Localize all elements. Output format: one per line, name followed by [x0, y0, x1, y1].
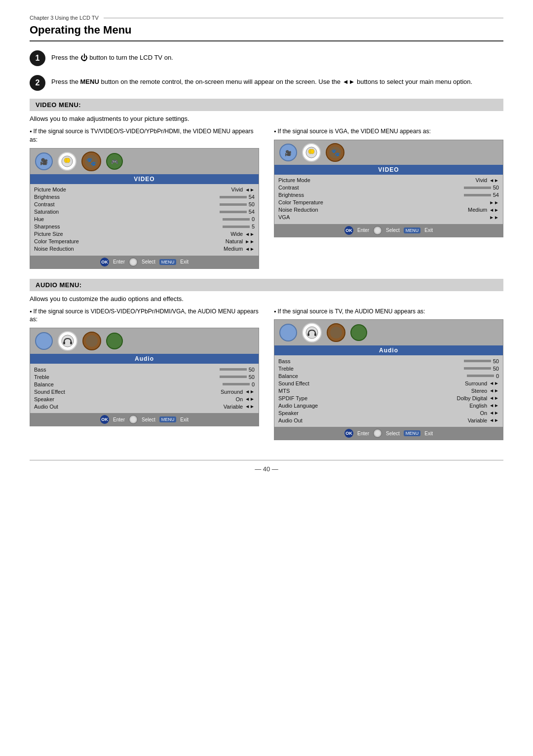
- audio-left-icons-row: [30, 328, 259, 354]
- video-left-row-saturation: Saturation 54: [34, 208, 255, 216]
- nav-wheel-r: [373, 226, 382, 235]
- audio-left-row-balance: Balance 0: [34, 380, 255, 388]
- video-left-row-hue: Hue 0: [34, 216, 255, 223]
- video-right-menu-box: 🎥 🐾 VIDEO P: [274, 140, 503, 237]
- page-number: — 40 —: [30, 460, 503, 473]
- svg-point-17: [62, 335, 74, 347]
- svg-text:🎥: 🎥: [285, 150, 292, 156]
- audio-right-row-spdif: SPDIF Type Dolby Digital ◄►: [278, 394, 499, 402]
- page: Chapter 3 Using the LCD TV Operating the…: [0, 0, 533, 756]
- step2-text: Press the MENU button on the remote cont…: [51, 75, 472, 87]
- video-icon-camera: 🎥: [35, 152, 53, 170]
- audio-menu-left-col: If the signal source is VIDEO/S-VIDEO/YP…: [30, 307, 259, 441]
- video-left-row-picturesize: Picture Size Wide ◄►: [34, 230, 255, 238]
- audio-left-title: Audio: [30, 354, 259, 364]
- video-left-footer: OK Enter Select MENU Exit: [30, 256, 259, 268]
- video-left-title: VIDEO: [30, 174, 259, 184]
- video-menu-right-col: If the signal source is VGA, the VIDEO M…: [274, 127, 503, 269]
- svg-rect-19: [70, 341, 72, 344]
- video-right-row-vga: VGA ►►: [278, 214, 499, 221]
- svg-point-13: [310, 149, 314, 154]
- video-menu-columns: If the signal source is TV/VIDEO/S-VIDEO…: [30, 127, 503, 269]
- video-right-row-noisereduction: Noise Reduction Medium ◄►: [278, 206, 499, 214]
- audio-right-footer: OK Enter Select MENU Exit: [274, 427, 503, 440]
- ok-button-r: OK: [344, 226, 353, 235]
- audio-right-row-audiolang: Audio Language English ◄►: [278, 402, 499, 409]
- chapter-label: Chapter 3 Using the LCD TV: [30, 15, 99, 21]
- svg-point-4: [66, 158, 70, 163]
- audio-left-row-audioout: Audio Out Variable ◄►: [34, 403, 255, 410]
- audio-right-icon-animal: [327, 323, 345, 342]
- audio-icon-headphones: [58, 331, 77, 351]
- video-right-row-colortemp: Color Temperature ►►: [278, 199, 499, 206]
- svg-text:🎮: 🎮: [111, 158, 118, 165]
- menu-button-r: MENU: [404, 227, 421, 233]
- svg-point-23: [306, 327, 318, 339]
- audio-left-footer: OK Enter Select MENU Exit: [30, 413, 259, 426]
- video-right-icon-audio: [302, 143, 321, 162]
- svg-text:🐾: 🐾: [331, 149, 340, 157]
- video-menu-left-col: If the signal source is TV/VIDEO/S-VIDEO…: [30, 127, 259, 269]
- step2-container: 2 Press the MENU button on the remote co…: [30, 75, 503, 91]
- audio-right-icon-headphones: [302, 323, 322, 342]
- video-right-rows: Picture Mode Vivid ◄► Contrast 50: [274, 175, 503, 224]
- menu-button-ar: MENU: [404, 430, 421, 436]
- video-menu-desc: Allows you to make adjustments to your p…: [30, 115, 503, 122]
- audio-right-bullet: If the signal source is TV, the AUDIO ME…: [274, 307, 503, 316]
- video-icon-animal: 🐾: [81, 151, 101, 171]
- video-left-icons-row: 🎥 🐾: [30, 149, 259, 174]
- audio-left-row-treble: Treble 50: [34, 373, 255, 380]
- video-right-icon-animal: 🐾: [326, 143, 344, 162]
- video-left-row-colortemp: Color Temperature Natural ►►: [34, 238, 255, 245]
- chapter-header: Chapter 3 Using the LCD TV: [30, 15, 503, 21]
- audio-right-row-soundeffect: Sound Effect Surround ◄►: [278, 379, 499, 387]
- audio-right-row-treble: Treble 50: [278, 365, 499, 372]
- video-left-row-brightness: Brightness 54: [34, 193, 255, 201]
- video-right-footer: OK Enter Select MENU Exit: [274, 224, 503, 237]
- svg-point-16: [39, 336, 49, 346]
- video-left-bullet: If the signal source is TV/VIDEO/S-VIDEO…: [30, 127, 259, 144]
- svg-rect-24: [307, 333, 309, 336]
- audio-right-menu-box: Audio Bass 50 Treble 50: [274, 319, 503, 440]
- video-left-menu-box: 🎥 🐾: [30, 148, 259, 269]
- video-icon-audio: [58, 152, 76, 171]
- ok-button-ar: OK: [344, 429, 353, 438]
- audio-left-bullet: If the signal source is VIDEO/S-VIDEO/YP…: [30, 307, 259, 324]
- video-right-row-brightness: Brightness 54: [278, 191, 499, 199]
- audio-left-menu-box: Audio Bass 50 Treble 50: [30, 328, 259, 426]
- audio-left-row-soundeffect: Sound Effect Surround ◄►: [34, 388, 255, 395]
- nav-wheel-ar: [373, 429, 382, 438]
- ok-button: OK: [100, 258, 109, 266]
- audio-left-rows: Bass 50 Treble 50 Bala: [30, 364, 259, 413]
- video-left-row-picturemode: Picture Mode Vivid ◄►: [34, 186, 255, 193]
- video-menu-header: VIDEO MENU:: [30, 99, 503, 111]
- audio-menu-columns: If the signal source is VIDEO/S-VIDEO/YP…: [30, 307, 503, 441]
- nav-wheel-al: [129, 415, 138, 424]
- audio-right-row-speaker: Speaker On ◄►: [278, 409, 499, 416]
- video-right-bullet: If the signal source is VGA, the VIDEO M…: [274, 127, 503, 136]
- audio-icon-game: [106, 333, 123, 349]
- ok-button-al: OK: [100, 415, 109, 424]
- svg-point-21: [110, 336, 119, 346]
- power-icon: ⏻: [80, 53, 88, 62]
- audio-left-row-speaker: Speaker On ◄►: [34, 395, 255, 403]
- video-left-row-sharpness: Sharpness 5: [34, 223, 255, 230]
- video-right-icon-camera: 🎥: [279, 144, 297, 161]
- svg-rect-18: [63, 341, 65, 344]
- video-left-rows: Picture Mode Vivid ◄► Brightness 54: [30, 184, 259, 256]
- video-icon-game: 🎮: [106, 153, 123, 170]
- video-right-row-picturemode: Picture Mode Vivid ◄►: [278, 177, 499, 184]
- audio-right-row-balance: Balance 0: [278, 372, 499, 379]
- video-left-row-contrast: Contrast 50: [34, 201, 255, 208]
- video-right-row-contrast: Contrast 50: [278, 184, 499, 191]
- svg-point-27: [354, 328, 364, 338]
- audio-right-icons-row: [274, 320, 503, 345]
- audio-right-rows: Bass 50 Treble 50 Bala: [274, 355, 503, 427]
- video-right-icons-row: 🎥 🐾: [274, 140, 503, 165]
- menu-button-al: MENU: [159, 416, 177, 422]
- page-title: Operating the Menu: [30, 24, 503, 41]
- audio-right-row-bass: Bass 50: [278, 357, 499, 365]
- svg-point-20: [86, 335, 98, 347]
- audio-menu-desc: Allows you to customize the audio option…: [30, 295, 503, 302]
- video-right-title: VIDEO: [274, 165, 503, 175]
